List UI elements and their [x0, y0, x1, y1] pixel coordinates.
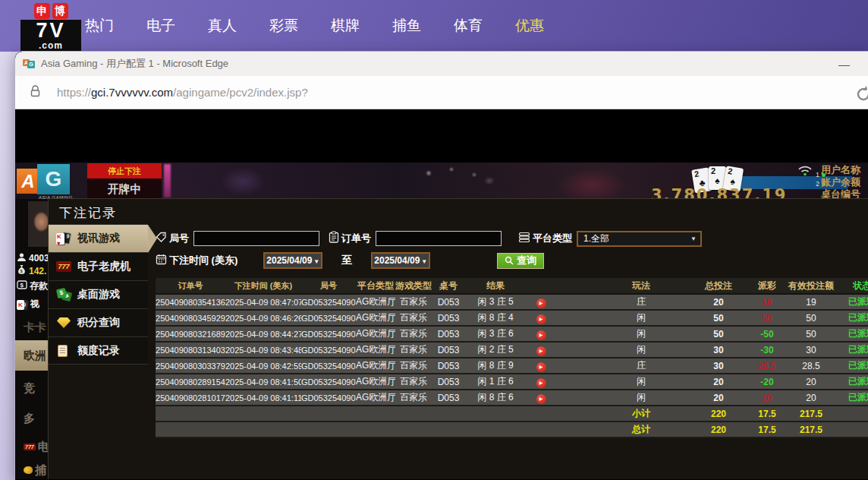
valid-bet-cell: 20	[787, 393, 835, 403]
lobby-menu-item[interactable]: 多	[15, 406, 49, 431]
fish-icon	[24, 466, 33, 474]
platform-label: 平台类型	[533, 232, 572, 245]
play-type-cell: 闲	[556, 391, 690, 404]
nav-item-4[interactable]: 彩票	[269, 16, 298, 36]
nav-item-5[interactable]: 棋牌	[331, 16, 360, 36]
valid-bet-cell: 28.5	[787, 361, 835, 371]
date-from-select[interactable]: 2025/04/09▼	[263, 252, 322, 269]
play-type-cell: 闲	[556, 311, 690, 324]
total-bet-cell: 30	[690, 345, 747, 355]
search-icon	[505, 256, 514, 265]
sidebar-item-1[interactable]: K♥9视讯游戏	[49, 224, 148, 252]
table-cell: 250409080345929	[156, 314, 225, 323]
play-result-icon[interactable]: ▶	[536, 314, 546, 324]
table-header-cell: 有效投注额	[787, 279, 835, 292]
minimize-button[interactable]: —	[838, 58, 850, 71]
play-result-icon[interactable]: ▶	[536, 330, 546, 340]
play-type-cell: 闲	[556, 327, 690, 340]
sum-payout: 17.5	[747, 425, 787, 435]
lobby-menu-label: 卡卡	[24, 321, 46, 335]
status-cell: 已派彩	[835, 375, 868, 388]
site-logo[interactable]: 申 博 7V .com	[20, 3, 81, 52]
sidebar-item-3[interactable]: $♣桌面游戏	[49, 280, 148, 308]
play-result-icon[interactable]: ▶	[536, 346, 546, 356]
payout-cell: -20	[747, 377, 787, 387]
payout-cell: 50	[747, 313, 787, 324]
nav-item-1[interactable]: 热门	[85, 16, 114, 36]
betting-status-box: 停止下注 开牌中	[87, 163, 162, 199]
table-cell: 闲 1 庄 6	[465, 375, 526, 388]
filter-row-2: 下注时间 (美东) 2025/04/09▼ 至 2025/04/09▼ 查询	[156, 251, 862, 270]
play-type-cell: 闲	[556, 343, 690, 356]
total-bet-cell: 30	[690, 361, 747, 371]
page: 申 博 7V .com 热门电子真人彩票棋牌捕鱼体育优惠 AG Asia Gam…	[0, 0, 868, 480]
logo-suffix: .com	[20, 42, 81, 52]
table-cell: 250409080354136	[156, 298, 225, 307]
result-video-cell: ▶	[526, 328, 556, 340]
status-cell: 已派彩	[835, 327, 868, 340]
lobby-menu-label: 捕	[35, 463, 46, 478]
nav-item-8[interactable]: 优惠	[515, 16, 544, 36]
lobby-menu-label: 多	[24, 412, 35, 426]
main-nav: 热门电子真人彩票棋牌捕鱼体育优惠	[0, 16, 544, 36]
table-cell: 百家乐	[395, 343, 432, 356]
lobby-menu-item[interactable]: 777电子	[15, 434, 49, 459]
lock-icon[interactable]	[30, 85, 40, 100]
date-to-select[interactable]: 2025/04/09▼	[371, 252, 430, 269]
lobby-menu-item[interactable]: 竞	[15, 375, 49, 401]
round-input[interactable]	[193, 231, 319, 246]
payout-cell: 28.5	[747, 361, 787, 371]
sidebar-item-5[interactable]: 额度记录	[49, 336, 148, 365]
play-result-icon[interactable]: ▶	[536, 378, 546, 388]
window-titlebar: AG Asia Gaming - 用户配置 1 - Microsoft Edge…	[15, 52, 868, 76]
status-cell: 已派彩	[835, 391, 868, 404]
refresh-icon[interactable]	[854, 84, 868, 107]
table-header-cell: 下注时间 (美东)	[225, 280, 301, 292]
lobby-menu-item[interactable]: 欧洲	[15, 340, 49, 371]
table-cell: 闲 8 庄 6	[465, 391, 526, 404]
subtotal-row: 小计22017.5217.5	[156, 406, 868, 422]
order-input[interactable]	[376, 231, 502, 246]
table-header-cell: 游戏类型	[395, 279, 432, 292]
url-text[interactable]: https://gci.7vvvvvv.com/agingame/pcv2/in…	[57, 86, 308, 99]
table-row: 2504090803134032025-04-09 08:43:48GD0532…	[156, 343, 868, 358]
sum-valid: 217.5	[787, 425, 835, 435]
table-cell: 百家乐	[395, 375, 432, 388]
user-stat-value: 4003	[29, 253, 49, 264]
table-header-cell: 状态	[835, 279, 868, 292]
total-row: 总计22017.5217.5	[156, 422, 868, 438]
table-cell: AG欧洲厅	[356, 375, 395, 388]
table-cell: 百家乐	[395, 391, 432, 404]
logo-badge-bo: 博	[52, 3, 68, 19]
platform-select[interactable]: 1.全部▼	[577, 231, 702, 247]
nav-item-7[interactable]: 体育	[454, 16, 483, 36]
play-result-icon[interactable]: ▶	[536, 394, 546, 404]
calendar-icon	[156, 254, 167, 268]
play-result-icon[interactable]: ▶	[536, 298, 546, 308]
search-button[interactable]: 查询	[497, 253, 544, 269]
platform-list-icon	[518, 232, 530, 246]
sidebar-item-2[interactable]: 777电子老虎机	[49, 252, 148, 280]
table-header-cell: 总投注	[690, 279, 747, 292]
table-cell: 百家乐	[395, 359, 432, 372]
page-content: A G ASIA GAMING 停止下注 开牌中 2♣2♠2♠ 12 3,780…	[15, 109, 868, 479]
order-label: 订单号	[341, 232, 371, 245]
address-bar[interactable]: https://gci.7vvvvvv.com/agingame/pcv2/in…	[15, 76, 868, 109]
result-video-cell: ▶	[526, 392, 556, 404]
sidebar-item-4[interactable]: 积分查询	[49, 308, 148, 336]
table-body: 2504090803541362025-04-09 08:47:07GD0532…	[156, 295, 868, 438]
user-stat-value: 视	[30, 298, 39, 311]
nav-item-6[interactable]: 捕鱼	[392, 16, 421, 36]
user-stat-value: 142.	[29, 266, 46, 276]
url-path: /agingame/pcv2/index.jsp?	[173, 86, 308, 99]
lobby-menu-item[interactable]: 捕	[15, 460, 49, 479]
nav-item-2[interactable]: 电子	[146, 16, 175, 36]
window-title: Asia Gaming - 用户配置 1 - Microsoft Edge	[41, 57, 228, 71]
table-header-cell: 订单号	[156, 280, 225, 292]
lobby-menu-item[interactable]: 卡卡	[15, 317, 49, 337]
valid-bet-cell: 50	[787, 329, 835, 339]
nav-item-3[interactable]: 真人	[208, 16, 237, 36]
slot-icon: 777	[55, 259, 72, 274]
play-result-icon[interactable]: ▶	[536, 362, 546, 372]
play-type-cell: 庄	[556, 295, 690, 308]
